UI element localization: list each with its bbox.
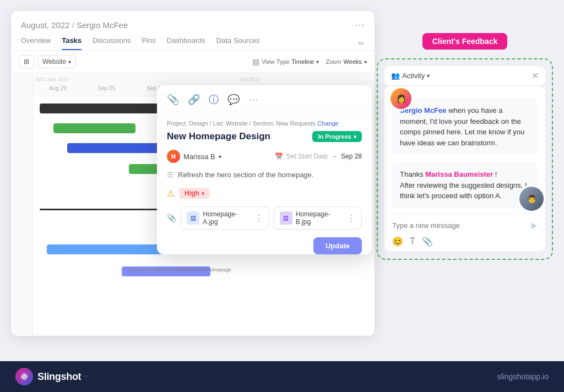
change-link[interactable]: Change xyxy=(317,120,339,127)
chevron-down-icon: ▾ xyxy=(68,59,71,65)
tab-discussions[interactable]: Discussions xyxy=(93,36,131,50)
message-2-text: Thanks Marissa Baumeister ! After review… xyxy=(400,169,530,202)
tab-dashboards[interactable]: Dashboards xyxy=(167,36,205,50)
send-icon[interactable]: ➤ xyxy=(529,220,538,232)
message-2-bubble: Thanks Marissa Baumeister ! After review… xyxy=(392,162,538,208)
gantt-month: August, 2022 xyxy=(21,20,69,30)
mention-marissa: Marissa Baumeister xyxy=(425,170,493,178)
info-icon[interactable]: ⓘ xyxy=(209,93,219,106)
view-type-icon: ▤ xyxy=(252,57,259,66)
view-type-selector[interactable]: ▤ View Type Timeline ▾ xyxy=(252,57,319,66)
attachment-more-a[interactable]: ⋮ xyxy=(254,213,263,224)
gantt-toolbar-left: ⊞ Website ▾ xyxy=(19,55,76,68)
thanks-prefix: Thanks xyxy=(400,170,425,178)
text-format-icon[interactable]: T xyxy=(410,236,415,247)
logo-icon xyxy=(15,368,33,385)
task-modal-body: Project: Design / List: Website / Sectio… xyxy=(157,112,372,245)
view-type-label: View Type xyxy=(262,58,289,65)
chevron-down-icon-chat: ▾ xyxy=(427,73,430,79)
edit-icon[interactable]: ✏ xyxy=(358,39,365,48)
tab-tasks[interactable]: Tasks xyxy=(62,36,82,50)
gantt-toolbar-right: ▤ View Type Timeline ▾ Zoom Weeks ▾ xyxy=(252,57,367,66)
attachment-name-b: Homepage-B.jpg xyxy=(296,210,344,226)
gantt-toolbar: ⊞ Website ▾ ▤ View Type Timeline ▾ Zoom … xyxy=(11,51,375,73)
trademark-icon: ™ xyxy=(83,374,88,379)
chat-container: 👥 Activity ▾ ✕ 👩 Sergio McFee whe xyxy=(377,58,553,260)
gantt-user: Sergio McFee xyxy=(77,20,128,30)
activity-label: Activity xyxy=(402,72,425,80)
task-description: ☰ Refresh the hero section of the homepa… xyxy=(167,171,362,179)
attachment-more-b[interactable]: ⋮ xyxy=(347,213,356,224)
message-1-text: Sergio McFee when you have a moment, I'd… xyxy=(400,105,530,148)
chat-input-toolbar: 😊 T 📎 xyxy=(392,232,538,247)
attachment-thumb-a: 🖼 xyxy=(187,211,199,225)
avatar-male: 👨 xyxy=(518,185,545,213)
grid-icon: ⊞ xyxy=(24,58,29,66)
breadcrumb-section: New Requests xyxy=(276,120,316,127)
priority-label: High xyxy=(185,189,199,197)
description-text: Refresh the hero section of the homepage… xyxy=(178,171,313,179)
thanks-suffix: ! xyxy=(495,170,497,178)
gantt-breadcrumb: August, 2022 / Sergio McFee xyxy=(21,20,128,30)
assignee-avatar: M xyxy=(167,150,180,163)
app-url: slingshotapp.io xyxy=(497,372,549,381)
assignee-name: Marissa B xyxy=(183,153,215,161)
avatar-female-img: 👩 xyxy=(391,88,411,109)
website-dropdown[interactable]: Website ▾ xyxy=(37,55,76,68)
view-label: Website xyxy=(42,58,66,66)
grid-toggle[interactable]: ⊞ xyxy=(19,55,34,68)
date-sep05: Sep 05 xyxy=(82,84,131,92)
task-meta-row: M Marissa B ▾ 📅 Set Start Date → Sep 28 xyxy=(167,150,362,163)
bottom-bar-logo: Slingshot ™ xyxy=(15,368,88,385)
gantt-menu-icon[interactable]: ⋯ xyxy=(355,19,365,31)
task-title: New Homepage Design xyxy=(167,131,270,142)
attachment-item-b[interactable]: 🖼 Homepage-B.jpg ⋮ xyxy=(274,206,362,230)
attachment-item-a[interactable]: 🖼 Homepage-A.jpg ⋮ xyxy=(181,206,269,230)
month-label-2: Oct 2022 xyxy=(237,77,375,82)
status-badge[interactable]: In Progress ▾ xyxy=(312,131,362,142)
timeline-label: Timeline xyxy=(291,58,314,65)
main-content: August, 2022 / Sergio McFee ⋯ Overview T… xyxy=(0,0,564,361)
zoom-value: Weeks xyxy=(344,58,362,65)
chevron-down-icon-3: ▾ xyxy=(364,59,367,65)
task-dates: 📅 Set Start Date → Sep 28 xyxy=(275,153,362,160)
status-label: In Progress xyxy=(318,133,351,140)
message-2-body: After reviewing the suggested designs, I… xyxy=(400,181,527,200)
more-icon[interactable]: ⋯ xyxy=(248,94,258,106)
priority-badge[interactable]: High ▾ xyxy=(179,188,210,199)
tab-overview[interactable]: Overview xyxy=(21,36,51,50)
bar-2[interactable] xyxy=(53,123,135,133)
task-attachments: 📎 🖼 Homepage-A.jpg ⋮ 🖼 Homepage-B.jpg ⋮ xyxy=(167,206,362,230)
attach-chat-icon[interactable]: 📎 xyxy=(422,236,433,247)
chat-input-row: ➤ xyxy=(392,214,538,232)
attachment-thumb-b: 🖼 xyxy=(280,211,292,225)
gantt-tabs: Overview Tasks Discussions Pins Dashboar… xyxy=(21,36,365,50)
clients-feedback-badge: Client's Feedback xyxy=(422,33,507,50)
attachment-name-a: Homepage-A.jpg xyxy=(203,210,251,226)
update-button[interactable]: Update xyxy=(313,237,362,254)
task-modal: 📎 🔗 ⓘ 💬 ⋯ Project: Design / List: Websit… xyxy=(157,85,372,254)
task-modal-toolbar: 📎 🔗 ⓘ 💬 ⋯ xyxy=(157,85,372,112)
priority-warning-icon: ⚠ xyxy=(167,188,175,199)
emoji-icon[interactable]: 😊 xyxy=(392,236,403,247)
comment-icon[interactable]: 💬 xyxy=(227,94,240,106)
message-1-bubble: Sergio McFee when you have a moment, I'd… xyxy=(392,99,538,155)
feedback-badge-wrapper: Client's Feedback xyxy=(377,33,553,55)
slingshot-logo-svg xyxy=(19,372,29,382)
list-icon: ☰ xyxy=(167,171,173,179)
chat-input[interactable] xyxy=(392,221,529,230)
link-icon[interactable]: 🔗 xyxy=(188,94,200,106)
task-assignee[interactable]: M Marissa B ▾ xyxy=(167,150,221,163)
tab-datasources[interactable]: Data Sources xyxy=(216,36,260,50)
message-2: Thanks Marissa Baumeister ! After review… xyxy=(392,162,538,208)
close-icon[interactable]: ✕ xyxy=(532,70,539,81)
zoom-selector[interactable]: Zoom Weeks ▾ xyxy=(326,58,367,65)
breadcrumb-project: Design xyxy=(189,120,208,127)
attachment-icon[interactable]: 📎 xyxy=(167,94,179,106)
paperclip-icon: 📎 xyxy=(167,214,176,222)
gantt-title-row: August, 2022 / Sergio McFee ⋯ xyxy=(21,19,365,31)
logo-text: Slingshot xyxy=(37,371,81,383)
arrow-right-icon: → xyxy=(331,153,338,160)
chat-header: 👥 Activity ▾ ✕ xyxy=(384,66,545,85)
tab-pins[interactable]: Pins xyxy=(142,36,155,50)
